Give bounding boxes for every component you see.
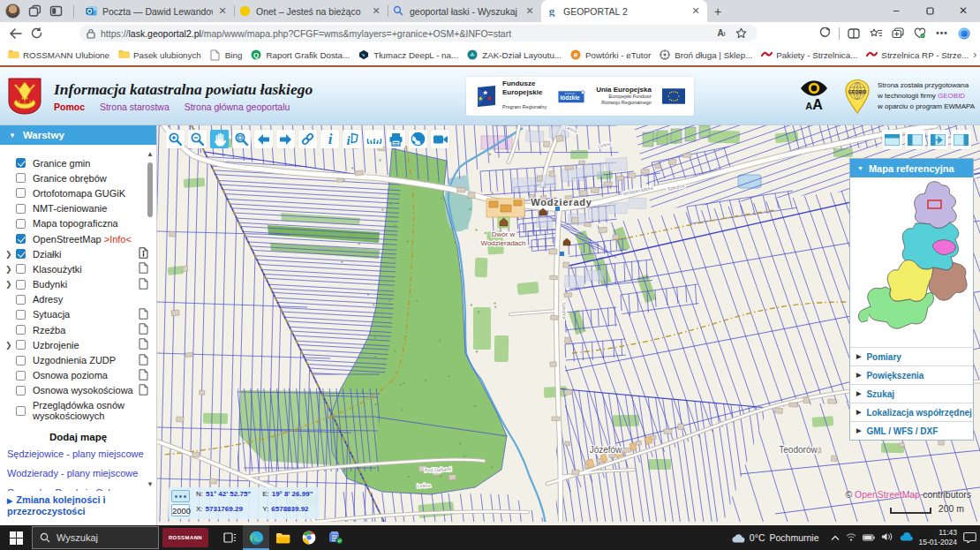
- map-tool-zoom-out[interactable]: [188, 130, 207, 148]
- bookmark-item[interactable]: Broń długa | Sklep...: [657, 48, 755, 63]
- layer-label[interactable]: OpenStreetMap >Info<: [33, 234, 139, 245]
- tray-expand-icon[interactable]: [831, 532, 840, 543]
- taskbar-search[interactable]: Wyszukaj: [32, 526, 159, 549]
- reference-map[interactable]: [850, 177, 973, 347]
- layer-label[interactable]: Działki: [33, 249, 139, 260]
- layers-panel-header[interactable]: ▼Warstwy: [0, 125, 156, 145]
- browser-tab-2[interactable]: Onet – Jesteś na bieżąco✕: [234, 0, 388, 22]
- map-tool-link[interactable]: [298, 130, 317, 148]
- refpanel-item-szukaj[interactable]: ▶Szukaj: [850, 384, 973, 403]
- expand-icon[interactable]: ❯: [5, 341, 16, 350]
- network-icon[interactable]: [846, 532, 856, 543]
- scroll-down-icon[interactable]: ▼: [146, 480, 155, 488]
- browser-tab-4[interactable]: gGEOPORTAL 2✕: [541, 0, 707, 22]
- bookmark-item[interactable]: Pakiety - Strzelnica...: [758, 48, 860, 63]
- map-tool-zoom-in[interactable]: [166, 130, 185, 148]
- tab-close-icon[interactable]: ✕: [370, 5, 382, 17]
- file-explorer-icon[interactable]: [269, 525, 296, 550]
- layer-checkbox[interactable]: [16, 280, 26, 290]
- link-wodzierady-plany[interactable]: Wodzierady - plany miejscowe: [0, 463, 156, 483]
- layer-checkbox[interactable]: [16, 295, 26, 305]
- layer-checkbox[interactable]: [16, 310, 26, 320]
- accessibility-widget[interactable]: AA: [796, 80, 832, 111]
- map-tool-video[interactable]: [431, 130, 449, 148]
- tab-close-icon[interactable]: ✕: [690, 5, 702, 17]
- layer-checkbox[interactable]: [16, 204, 26, 214]
- scrollbar-thumb[interactable]: [147, 162, 153, 217]
- layer-checkbox[interactable]: [16, 371, 26, 380]
- bookmark-item[interactable]: Pasek ulubionych: [116, 48, 204, 63]
- bookmark-item[interactable]: ePowtórki - eTutor: [568, 48, 653, 63]
- expand-icon[interactable]: ❯: [5, 250, 16, 259]
- map-tool-arrow-left[interactable]: [254, 130, 273, 148]
- copilot-icon[interactable]: [954, 25, 975, 42]
- layer-label[interactable]: Sytuacja: [33, 309, 139, 320]
- layer-checkbox[interactable]: [16, 356, 26, 365]
- rossmann-app[interactable]: ROSSMANN: [162, 528, 208, 547]
- battery-icon[interactable]: [863, 532, 875, 543]
- bookmark-item[interactable]: Tłumacz DeepL - na...: [356, 48, 461, 63]
- layout-toggle-top[interactable]: [882, 130, 902, 149]
- start-button[interactable]: [0, 525, 32, 550]
- taskbar-clock[interactable]: 11:43 15-01-2024: [919, 528, 957, 547]
- bookmarks-overflow-icon[interactable]: ›: [973, 49, 980, 61]
- link-starostwo[interactable]: Strona starostwa: [100, 102, 170, 112]
- refpanel-item-gml-wfs-dxf[interactable]: ▶GML / WFS / DXF: [850, 421, 973, 440]
- scroll-up-icon[interactable]: ▲: [146, 150, 155, 158]
- layer-checkbox[interactable]: [16, 264, 26, 274]
- layer-label[interactable]: Granice gmin: [33, 158, 139, 169]
- layer-label[interactable]: Osnowa wysokościowa: [33, 385, 139, 396]
- layer-label[interactable]: NMT-cieniowanie: [33, 203, 139, 214]
- wallet-icon[interactable]: [909, 25, 931, 42]
- layer-checkbox[interactable]: [16, 340, 26, 350]
- layer-label[interactable]: Przeglądówka osnów wysokościowych: [33, 400, 139, 421]
- expand-icon[interactable]: ❯: [5, 280, 16, 289]
- map-tool-print[interactable]: [387, 130, 405, 148]
- browser-essentials-icon[interactable]: [887, 25, 908, 42]
- maximize-button[interactable]: [913, 0, 946, 22]
- workspaces-icon[interactable]: [28, 4, 41, 18]
- sidebar-scrollbar[interactable]: ▲ ▼: [146, 150, 155, 488]
- layer-label[interactable]: Ortofotomapa GUGiK: [33, 188, 139, 199]
- bookmark-item[interactable]: Strzelnica RP - Strze...: [863, 48, 971, 63]
- link-sedziejowice-plany[interactable]: Sędziejowice - plany miejscowe: [0, 444, 156, 463]
- refpanel-item-lokalizacja-wsp-rz-dnej[interactable]: ▶Lokalizacja współrzędnej: [850, 403, 973, 421]
- task-view-button[interactable]: [216, 525, 243, 550]
- bookmark-item[interactable]: QRaport Grafik Dosta...: [248, 48, 352, 63]
- layout-toggle-right[interactable]: [951, 130, 971, 149]
- reference-map-header[interactable]: ▼Mapa referencyjna: [850, 159, 973, 177]
- map-tool-globe[interactable]: [409, 130, 427, 148]
- minimize-button[interactable]: –: [879, 0, 913, 22]
- profile-avatar[interactable]: [5, 4, 20, 19]
- volume-icon[interactable]: [881, 532, 893, 543]
- openstreetmap-link[interactable]: OpenStreetMap: [855, 489, 920, 500]
- favorite-star-icon[interactable]: [731, 25, 750, 42]
- layer-label[interactable]: Granice obrębów: [33, 173, 139, 184]
- layer-label[interactable]: Mapa topograficzna: [33, 218, 139, 229]
- map-viewport[interactable]: WodzieradyDwór wWodzieradachJózefówTeodo…: [157, 125, 980, 525]
- layer-label[interactable]: Klasoużytki: [33, 264, 139, 275]
- refpanel-item-pomiary[interactable]: ▶Pomiary: [850, 347, 973, 365]
- refpanel-item-powi-kszenia[interactable]: ▶Powiększenia: [850, 365, 973, 384]
- edge-taskbar-icon[interactable]: [243, 525, 269, 550]
- layout-move-right[interactable]: [928, 130, 948, 149]
- address-bar[interactable]: https://lask.geoportal2.pl/map/www/mapa.…: [79, 25, 758, 41]
- layer-label[interactable]: Uzgodnienia ZUDP: [33, 355, 139, 365]
- chrome-icon[interactable]: [296, 525, 322, 550]
- layer-label[interactable]: Uzbrojenie: [33, 340, 139, 350]
- split-screen-icon[interactable]: [843, 25, 864, 42]
- map-tool-measure[interactable]: [365, 130, 383, 148]
- onedrive-icon[interactable]: [899, 532, 913, 543]
- map-tool-info-poly[interactable]: i: [343, 130, 361, 148]
- close-window-button[interactable]: ✕: [946, 0, 980, 22]
- read-aloud-icon[interactable]: A): [712, 25, 731, 42]
- back-icon[interactable]: [5, 25, 25, 42]
- layer-checkbox[interactable]: [16, 406, 26, 416]
- taskbar-weather[interactable]: 0°CPochmurnie: [731, 532, 819, 543]
- scale-value[interactable]: 2000: [171, 504, 190, 516]
- layout-toggle-left[interactable]: [905, 130, 925, 149]
- bookmark-item[interactable]: ZAK-Dział Layoutu...: [464, 48, 564, 63]
- layer-checkbox[interactable]: [16, 173, 26, 183]
- layer-checkbox[interactable]: [16, 158, 26, 168]
- teams-icon[interactable]: [322, 525, 349, 550]
